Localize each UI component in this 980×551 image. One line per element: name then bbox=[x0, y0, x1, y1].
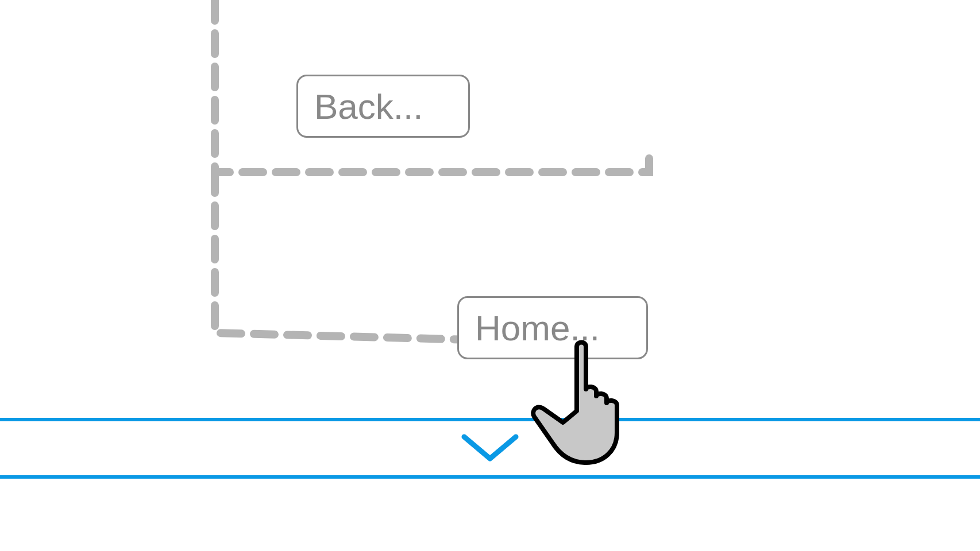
back-button[interactable]: Back... bbox=[296, 75, 470, 138]
chevron-down-icon bbox=[458, 431, 522, 465]
expand-bar[interactable] bbox=[0, 418, 980, 479]
home-button[interactable]: Home... bbox=[457, 296, 648, 359]
back-button-label: Back... bbox=[314, 86, 423, 127]
home-button-label: Home... bbox=[475, 308, 600, 348]
